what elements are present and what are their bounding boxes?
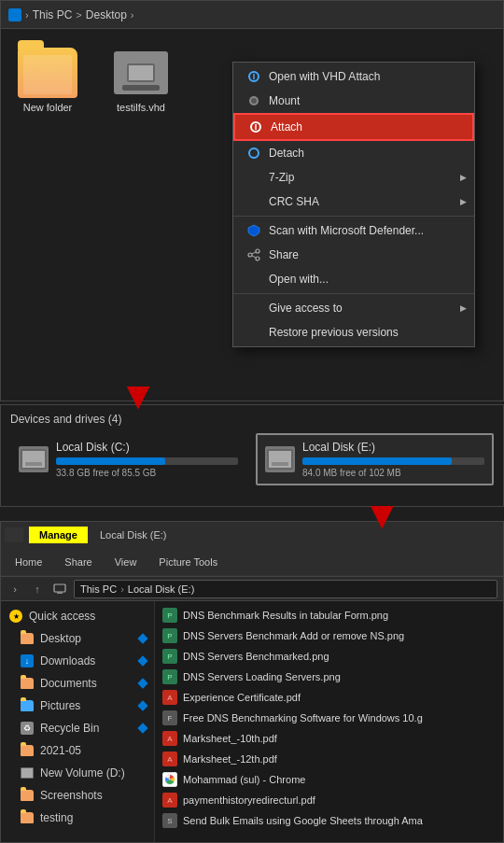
ctx-detach[interactable]: Detach	[233, 141, 474, 165]
sidebar-label-2021-05: 2021-05	[40, 744, 147, 757]
sidebar-label-screenshots: Screenshots	[40, 789, 147, 802]
file-row-9[interactable]: A paymenthistoryredirecturl.pdf	[155, 790, 503, 810]
sidebar-label-quick-access: Quick access	[29, 610, 147, 623]
sidebar-item-documents[interactable]: Documents	[1, 672, 154, 695]
toolbar-share[interactable]: Share	[56, 554, 100, 570]
nav-up[interactable]: ↑	[29, 581, 46, 597]
png-icon-0: P	[162, 608, 177, 623]
svg-point-7	[256, 249, 259, 253]
ctx-restore-versions[interactable]: Restore previous versions	[233, 320, 474, 344]
file-row-10[interactable]: S Send Bulk Emails using Google Sheets t…	[155, 810, 503, 831]
toolbar-view[interactable]: View	[106, 554, 146, 570]
svg-rect-13	[57, 592, 63, 594]
sidebar-label-downloads: Downloads	[40, 654, 133, 667]
svg-point-6	[249, 148, 259, 158]
zip-icon	[246, 170, 261, 185]
path-drive-e: Local Disk (E:)	[128, 583, 195, 595]
file-row-4[interactable]: A Experience Certificate.pdf	[155, 687, 503, 708]
pin-icon-documents	[137, 678, 147, 688]
ctx-label-open-with: Open with...	[269, 273, 329, 286]
file-item-vhd[interactable]: testilfs.vhd	[104, 48, 178, 113]
ctx-label-attach: Attach	[271, 120, 302, 133]
sidebar-item-pictures[interactable]: Pictures	[1, 695, 154, 717]
nav-forward[interactable]: ›	[7, 581, 23, 597]
sidebar-item-2021-05[interactable]: 2021-05	[1, 739, 154, 762]
sidebar-label-documents: Documents	[40, 677, 133, 690]
file-name-1: DNS Servers Benchmark Add or remove NS.p…	[183, 630, 496, 641]
openwith-icon	[246, 272, 261, 287]
sidebar-item-quick-access[interactable]: ★ Quick access	[1, 605, 154, 627]
breadcrumb-thispc[interactable]: This PC	[33, 8, 73, 21]
sidebar-item-desktop[interactable]: Desktop	[1, 627, 154, 650]
png-icon-3: P	[162, 669, 177, 684]
sidebar-label-volume-d: New Volume (D:)	[40, 766, 147, 780]
ctx-open-with[interactable]: Open with...	[233, 267, 474, 291]
file-row-8[interactable]: Mohammad (sul) - Chrome	[155, 769, 503, 790]
sidebar-item-downloads[interactable]: ↓ Downloads	[1, 650, 154, 672]
file-name-6: Marksheet_-10th.pdf	[183, 733, 496, 744]
ctx-scan-defender[interactable]: Scan with Microsoft Defender...	[233, 218, 474, 243]
nav-computer[interactable]	[51, 581, 68, 597]
ctx-crc-sha[interactable]: CRC SHA	[233, 190, 474, 214]
ctx-give-access[interactable]: Give access to	[233, 296, 474, 320]
sidebar-item-screenshots[interactable]: Screenshots	[1, 784, 154, 807]
ctx-share[interactable]: Share	[233, 243, 474, 267]
svg-point-3	[251, 98, 257, 104]
ctx-label-detach: Detach	[269, 147, 304, 160]
ctx-label-mount: Mount	[269, 94, 300, 107]
file-label-vhd: testilfs.vhd	[117, 102, 165, 113]
file-row-3[interactable]: P DNS Servers Loading Servers.png	[155, 667, 503, 687]
drive-e-name: Local Disk (E:)	[302, 441, 484, 454]
vhd-icon	[111, 48, 171, 98]
tab-manage[interactable]: Manage	[29, 527, 88, 543]
svg-rect-12	[54, 584, 65, 592]
access-icon	[246, 301, 261, 316]
pin-icon-downloads	[137, 655, 147, 666]
ctx-sep-1	[233, 216, 474, 217]
file-row-2[interactable]: P DNS Servers Benchmarked.png	[155, 646, 503, 667]
png-icon-2: P	[162, 649, 177, 664]
defender-icon	[246, 223, 261, 238]
breadcrumb-desktop[interactable]: Desktop	[86, 8, 127, 21]
path-thispc: This PC	[80, 583, 117, 595]
main-content: ★ Quick access Desktop ↓ Downloads	[1, 601, 503, 842]
toolbar-home[interactable]: Home	[7, 554, 50, 570]
pin-icon-recycle	[137, 723, 147, 733]
ctx-label-defender: Scan with Microsoft Defender...	[269, 224, 424, 237]
toolbar-picture-tools[interactable]: Picture Tools	[150, 554, 226, 570]
sidebar: ★ Quick access Desktop ↓ Downloads	[1, 601, 155, 842]
ctx-attach[interactable]: Attach	[233, 113, 474, 141]
ctx-label-open-vhd: Open with VHD Attach	[269, 70, 380, 83]
drive-c[interactable]: Local Disk (C:) 33.8 GB free of 85.5 GB	[10, 433, 246, 485]
sidebar-item-testing[interactable]: testing	[1, 807, 154, 829]
sidebar-item-recycle-bin[interactable]: ♻ Recycle Bin	[1, 717, 154, 739]
drive-c-bar	[56, 457, 238, 465]
sidebar-item-volume-d[interactable]: New Volume (D:)	[1, 762, 154, 784]
attach-icon	[246, 69, 261, 84]
ctx-label-restore: Restore previous versions	[269, 326, 399, 339]
sidebar-label-testing: testing	[40, 811, 147, 824]
breadcrumb: › This PC > Desktop ›	[1, 1, 503, 29]
sidebar-label-desktop: Desktop	[40, 632, 133, 645]
ctx-label-access: Give access to	[269, 302, 343, 315]
file-name-10: Send Bulk Emails using Google Sheets thr…	[183, 815, 496, 826]
file-row-5[interactable]: F Free DNS Benchmarking Software for Win…	[155, 708, 503, 728]
file-row-6[interactable]: A Marksheet_-10th.pdf	[155, 728, 503, 749]
file-list: P DNS Benchmark Results in tabular Form.…	[155, 601, 503, 842]
arrow-down-1: ▼	[119, 373, 158, 418]
ctx-7zip[interactable]: 7-Zip	[233, 165, 474, 190]
file-row-7[interactable]: A Marksheet_-12th.pdf	[155, 749, 503, 769]
drive-e-free: 84.0 MB free of 102 MB	[302, 468, 484, 478]
file-row-0[interactable]: P DNS Benchmark Results in tabular Form.…	[155, 605, 503, 625]
address-path[interactable]: This PC › Local Disk (E:)	[74, 580, 497, 598]
ctx-mount[interactable]: Mount	[233, 89, 474, 113]
share-icon	[246, 247, 261, 262]
file-item-new-folder[interactable]: New folder	[10, 48, 85, 113]
drive-e[interactable]: Local Disk (E:) 84.0 MB free of 102 MB	[256, 433, 494, 485]
drive-c-info: Local Disk (C:) 33.8 GB free of 85.5 GB	[56, 441, 238, 478]
downloads-icon: ↓	[20, 653, 35, 668]
file-row-1[interactable]: P DNS Servers Benchmark Add or remove NS…	[155, 625, 503, 646]
ctx-open-vhd[interactable]: Open with VHD Attach	[233, 64, 474, 89]
ribbon-tabs-row: Manage Local Disk (E:)	[1, 522, 503, 548]
ctx-sep-2	[233, 293, 474, 294]
